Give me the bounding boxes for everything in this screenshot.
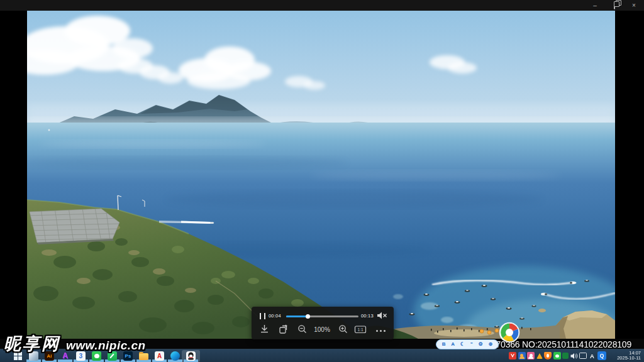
zoom-out-icon[interactable] — [297, 324, 307, 334]
muted-speaker-icon — [377, 311, 387, 320]
window-titlebar: – × — [0, 0, 644, 11]
tray-ime-badge[interactable]: Q — [597, 351, 606, 360]
system-tray: A Q — [509, 349, 606, 362]
clock-date: 2025-10-11 — [617, 356, 641, 361]
player-toolbar: 100% 1:1 — [252, 324, 394, 336]
restore-button[interactable] — [611, 0, 618, 11]
player-controls: 00:04 00:13 — [252, 307, 394, 339]
mute-button[interactable] — [377, 311, 387, 322]
zoom-level: 100% — [311, 326, 333, 333]
tray-antivirus-icon[interactable] — [544, 352, 552, 359]
more-options-icon[interactable] — [376, 330, 378, 332]
actual-size-icon[interactable]: 1:1 — [354, 324, 367, 334]
app-window: – × — [0, 0, 644, 362]
taskbar-app-edge[interactable] — [167, 349, 183, 362]
tray-green-icon[interactable] — [562, 353, 569, 359]
close-button[interactable]: × — [630, 0, 638, 11]
seek-slider[interactable] — [286, 315, 358, 317]
rotate-icon[interactable] — [279, 324, 288, 334]
ime-toolbar[interactable]: B A ☾ ” ⚙ ⊕ — [436, 339, 499, 349]
edge-icon — [170, 351, 180, 361]
ime-punctuation-icon[interactable]: ” — [470, 342, 473, 347]
acrobat-icon: A — [155, 351, 164, 361]
current-time: 00:04 — [269, 313, 281, 319]
tray-input-indicator[interactable]: A — [589, 352, 596, 359]
tray-wechat-icon[interactable] — [553, 352, 561, 359]
video-frame-scene — [27, 11, 615, 339]
zoom-in-icon[interactable] — [338, 324, 348, 334]
download-icon[interactable] — [260, 324, 269, 334]
qq-icon — [186, 351, 196, 361]
restore-icon — [614, 1, 615, 9]
tray-pen-display-icon[interactable] — [579, 352, 587, 359]
pause-button[interactable] — [260, 313, 265, 319]
taskbar-clock[interactable]: 14:07 2025-10-11 — [617, 349, 641, 362]
window-controls: – × — [591, 0, 638, 11]
watermark-site-name: 昵享网 — [4, 332, 60, 355]
taskbar-app-acrobat[interactable]: A — [152, 349, 167, 362]
tray-volume-icon[interactable] — [570, 352, 578, 359]
ime-logo[interactable]: B — [442, 342, 446, 347]
ime-more-icon[interactable]: ⊕ — [489, 342, 493, 347]
svg-text:1:1: 1:1 — [357, 327, 363, 332]
ime-lang-toggle[interactable]: A — [451, 342, 455, 347]
minimize-button[interactable]: – — [591, 0, 599, 11]
tray-account-icon[interactable] — [518, 352, 526, 359]
ime-settings-icon[interactable]: ⚙ — [479, 342, 483, 347]
tray-live-icon[interactable] — [527, 352, 535, 359]
watermark: 昵享网 www.nipic.cn — [4, 332, 146, 355]
tray-drive-icon[interactable] — [536, 353, 543, 359]
stock-id-text: ID:1570366 NO:20251011141022028109 — [475, 339, 631, 349]
progress-thumb[interactable] — [306, 314, 310, 319]
duration-time: 00:13 — [361, 313, 374, 319]
ime-halfwidth-icon[interactable]: ☾ — [460, 342, 465, 347]
watermark-site-url: www.nipic.cn — [66, 339, 146, 353]
video-canvas[interactable] — [27, 11, 615, 339]
tray-security-icon[interactable] — [509, 352, 516, 359]
taskbar-app-qq[interactable] — [183, 349, 199, 362]
progress-fill — [286, 315, 308, 317]
